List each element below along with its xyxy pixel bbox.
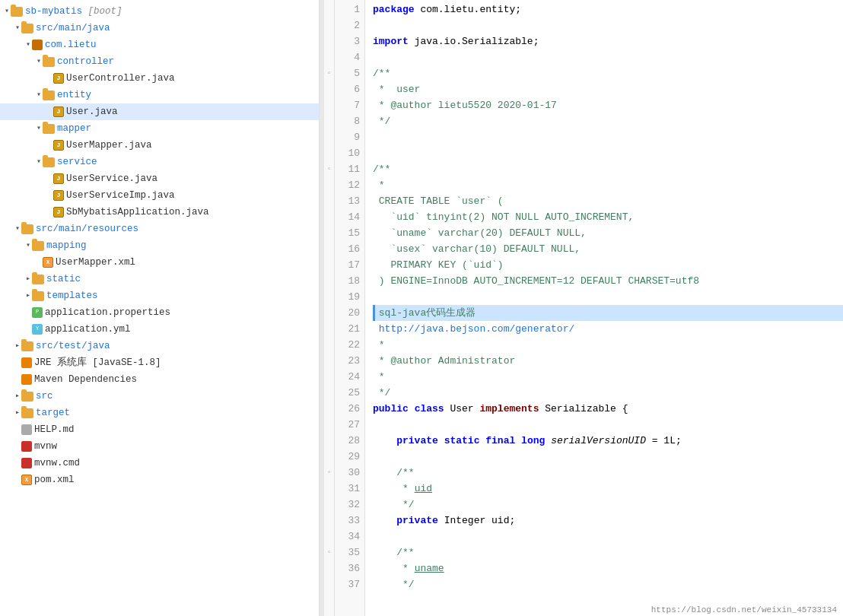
tree-item-mvnw-cmd[interactable]: mvnw.cmd <box>0 455 319 472</box>
tree-item-controller[interactable]: ▾controller <box>0 53 319 70</box>
code-text-35: /** <box>373 545 843 560</box>
tree-label: mvnw.cmd <box>34 456 80 471</box>
chevron-down-icon: ▾ <box>14 221 21 237</box>
line-num-35: 35 <box>335 545 360 560</box>
tree-item-UserMapper[interactable]: JUserMapper.java <box>0 137 319 154</box>
file-tree[interactable]: ▾sb-mybatis [boot]▾src/main/java▾com.lie… <box>0 0 320 616</box>
code-line-16: `usex` varchar(10) DEFAULT NULL, <box>373 241 843 257</box>
tree-item-jre[interactable]: JRE 系统库 [JavaSE-1.8] <box>0 354 319 371</box>
tree-item-UserService[interactable]: JUserService.java <box>0 170 319 187</box>
line-num-24: 24 <box>335 369 360 385</box>
token: /** <box>373 164 390 175</box>
tree-label: UserMapper.xml <box>56 255 135 270</box>
token: private <box>396 435 438 446</box>
folder-icon <box>43 124 55 134</box>
tree-item-mvnw[interactable]: mvnw <box>0 438 319 455</box>
fold-btn-30[interactable]: ◦ <box>324 465 334 481</box>
fold-btn-29 <box>324 449 334 465</box>
java-icon: J <box>53 173 64 184</box>
fold-btn-35[interactable]: ◦ <box>324 545 334 560</box>
tree-item-HELP-md[interactable]: HELP.md <box>0 421 319 438</box>
tree-label: JRE 系统库 [JavaSE-1.8] <box>34 355 161 370</box>
code-line-17: PRIMARY KEY (`uid`) <box>373 257 843 273</box>
tree-label: src/main/java <box>36 21 110 36</box>
tree-label: entity <box>57 87 91 103</box>
fold-btn-5[interactable]: ◦ <box>324 65 334 81</box>
tree-label: src/main/resources <box>36 221 138 237</box>
token: private <box>396 515 438 526</box>
fold-btn-27 <box>324 417 334 433</box>
token: * <box>373 339 385 351</box>
tree-item-target[interactable]: ▸target <box>0 405 319 421</box>
tree-item-mapping[interactable]: ▾mapping <box>0 237 319 254</box>
tree-label: src <box>36 389 53 404</box>
code-line-28: private static final long serialVersionU… <box>373 433 843 449</box>
code-text-20: sql-java代码生成器 <box>373 305 843 321</box>
statusbar: https://blog.csdn.net/weixin_45733134 <box>645 604 843 616</box>
java-icon: J <box>53 190 64 201</box>
code-line-27 <box>373 417 843 433</box>
tree-item-static[interactable]: ▸static <box>0 271 319 287</box>
fold-btn-3 <box>324 33 334 49</box>
tree-item-entity[interactable]: ▾entity <box>0 87 319 103</box>
code-text-23: * @author Administrator <box>373 353 843 369</box>
line-num-15: 15 <box>335 225 360 241</box>
code-text-12: * <box>373 177 843 193</box>
jre-icon <box>21 357 32 368</box>
tree-item-src-test-java[interactable]: ▸src/test/java <box>0 338 319 354</box>
tree-label: service <box>57 154 97 170</box>
fold-btn-19 <box>324 289 334 305</box>
code-text-3: import java.io.Serializable; <box>373 33 843 49</box>
code-text-32: */ <box>373 497 843 513</box>
tree-item-src-main-java[interactable]: ▾src/main/java <box>0 20 319 37</box>
line-num-21: 21 <box>335 321 360 337</box>
active-line-bar <box>373 305 375 321</box>
tree-label: src/test/java <box>36 338 110 354</box>
tree-label: com.lietu <box>45 37 97 52</box>
tree-item-src-main-resources[interactable]: ▾src/main/resources <box>0 221 319 237</box>
tree-item-sb-mybatis[interactable]: ▾sb-mybatis [boot] <box>0 3 319 20</box>
fold-btn-11[interactable]: ◦ <box>324 161 334 177</box>
token: */ <box>402 579 415 590</box>
line-num-29: 29 <box>335 449 360 465</box>
chevron-right-icon: ▸ <box>14 389 21 404</box>
fold-btn-36 <box>324 560 334 576</box>
tree-item-UserServiceImp[interactable]: JUserServiceImp.java <box>0 187 319 204</box>
code-line-23: * @author Administrator <box>373 353 843 369</box>
tree-item-User[interactable]: JUser.java <box>0 103 319 120</box>
tree-item-UserController[interactable]: JUserController.java <box>0 70 319 87</box>
tree-label: controller <box>57 54 114 69</box>
code-text-28: private static final long serialVersionU… <box>373 433 843 449</box>
tree-item-src[interactable]: ▸src <box>0 388 319 405</box>
tree-item-mapper[interactable]: ▾mapper <box>0 120 319 137</box>
chevron-right-icon: ▸ <box>24 288 32 303</box>
fold-btn-21 <box>324 321 334 337</box>
tree-item-UserMapper-xml[interactable]: XUserMapper.xml <box>0 254 319 271</box>
line-num-11: 11 <box>335 161 360 177</box>
token: http://java.bejson.com/generator/ <box>373 323 574 335</box>
token: * @author lietu5520 2020-01-17 <box>373 100 557 111</box>
tree-item-templates[interactable]: ▸templates <box>0 287 319 304</box>
code-text-22: * <box>373 337 843 353</box>
tree-item-service[interactable]: ▾service <box>0 154 319 170</box>
tree-item-application-properties[interactable]: Papplication.properties <box>0 304 319 321</box>
tree-item-application-yml[interactable]: Yapplication.yml <box>0 321 319 338</box>
token: serialVersionUID <box>551 435 646 446</box>
code-text-25: */ <box>373 385 843 401</box>
fold-btn-34 <box>324 529 334 545</box>
line-num-28: 28 <box>335 433 360 449</box>
fold-gutter: ◦◦◦◦ <box>324 0 335 616</box>
tree-label: mapping <box>46 238 87 253</box>
tree-item-pom-xml[interactable]: Xpom.xml <box>0 472 319 488</box>
token: long <box>521 435 545 446</box>
token: final <box>485 435 515 446</box>
chevron-down-icon: ▾ <box>35 87 43 103</box>
tree-item-maven-dep[interactable]: Maven Dependencies <box>0 371 319 388</box>
tree-item-SbMybatisApplication[interactable]: JSbMybatisApplication.java <box>0 204 319 221</box>
fold-btn-13 <box>324 193 334 209</box>
line-numbers: 1234567891011121314151617181920212223242… <box>335 0 365 616</box>
tree-item-com-lietu[interactable]: ▾com.lietu <box>0 37 319 53</box>
fold-btn-26 <box>324 401 334 417</box>
code-line-26: public class User implements Serializabl… <box>373 401 843 417</box>
code-line-37: */ <box>373 576 843 592</box>
